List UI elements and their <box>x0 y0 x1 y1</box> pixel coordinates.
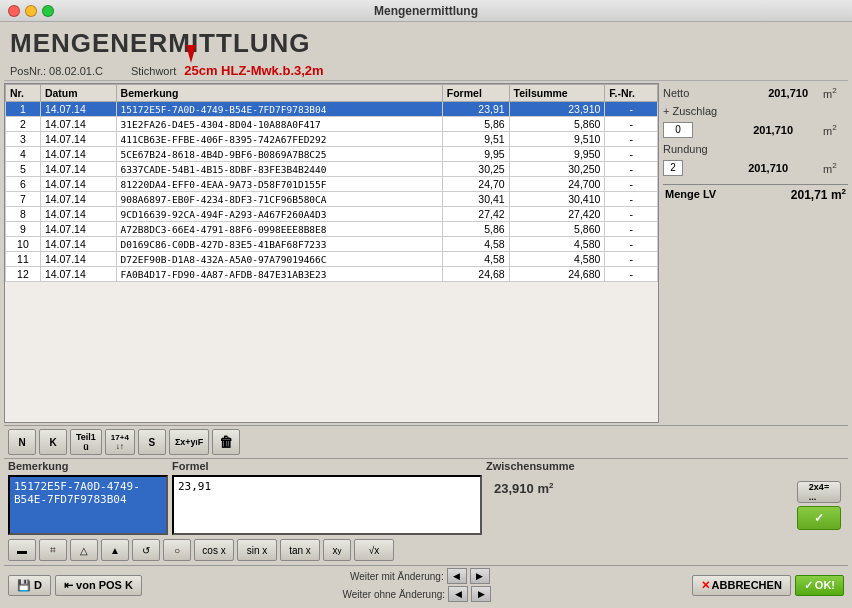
btn-17-4[interactable]: 17+4↓↑ <box>105 429 135 455</box>
rundung-unit: m2 <box>823 161 848 175</box>
cell-formel: 27,42 <box>442 207 509 222</box>
abbrechen-btn[interactable]: ✕ ABBRECHEN <box>692 575 791 596</box>
zuschlag-value-row: 201,710 m2 <box>663 121 848 139</box>
btn-teil1[interactable]: Teil1ü <box>70 429 102 455</box>
cell-fnr: - <box>605 162 658 177</box>
von-pos-icon: ⇤ <box>64 579 73 591</box>
col-nr: Nr. <box>6 85 41 102</box>
table-row[interactable]: 1 14.07.14 15172E5F-7A0D-4749-B54E-7FD7F… <box>6 102 658 117</box>
cell-datum: 14.07.14 <box>40 207 116 222</box>
cell-bemerkung: 9CD16639-92CA-494F-A293-A467F260A4D3 <box>116 207 442 222</box>
zuschlag-input[interactable] <box>663 122 693 138</box>
btn-s[interactable]: S <box>138 429 166 455</box>
rundung-row: Rundung <box>663 142 848 156</box>
table-row[interactable]: 9 14.07.14 A72B8DC3-66E4-4791-88F6-0998E… <box>6 222 658 237</box>
weiter-aenderung-row: Weiter mit Änderung: ◀ ▶ <box>344 568 490 584</box>
power-btn[interactable]: xy <box>323 539 351 561</box>
table-row[interactable]: 8 14.07.14 9CD16639-92CA-494F-A293-A467F… <box>6 207 658 222</box>
clock-btn[interactable]: ↺ <box>132 539 160 561</box>
cell-formel: 24,70 <box>442 177 509 192</box>
cell-nr: 1 <box>6 102 41 117</box>
cell-teilsumme: 5,860 <box>509 117 605 132</box>
weiter-ohne-next[interactable]: ▶ <box>471 586 491 602</box>
calc-2x4-btn[interactable]: 2x4=... <box>797 481 841 503</box>
table-row[interactable]: 5 14.07.14 6337CADE-54B1-4B15-8DBF-83FE3… <box>6 162 658 177</box>
maximize-btn[interactable] <box>42 5 54 17</box>
btn-n[interactable]: N <box>8 429 36 455</box>
cell-formel: 30,41 <box>442 192 509 207</box>
disk-btn[interactable]: 💾 D <box>8 575 51 596</box>
table-header-row: Nr. Datum Bemerkung Formel Teilsumme F.-… <box>6 85 658 102</box>
data-table: Nr. Datum Bemerkung Formel Teilsumme F.-… <box>5 84 658 282</box>
cell-bemerkung: D72EF90B-D1A8-432A-A5A0-97A79019466C <box>116 252 442 267</box>
cell-teilsumme: 4,580 <box>509 252 605 267</box>
cell-nr: 2 <box>6 117 41 132</box>
sin-btn[interactable]: sin x <box>237 539 277 561</box>
cell-datum: 14.07.14 <box>40 267 116 282</box>
cell-fnr: - <box>605 192 658 207</box>
zwischensumme-unit: m2 <box>537 481 553 496</box>
cell-bemerkung: 5CE67B24-8618-4B4D-9BF6-B0869A7B8C25 <box>116 147 442 162</box>
cell-fnr: - <box>605 207 658 222</box>
table-row[interactable]: 4 14.07.14 5CE67B24-8618-4B4D-9BF6-B0869… <box>6 147 658 162</box>
cell-formel: 4,58 <box>442 237 509 252</box>
table-row[interactable]: 10 14.07.14 D0169C86-C0DB-427D-83E5-41BA… <box>6 237 658 252</box>
cell-fnr: - <box>605 222 658 237</box>
table-row[interactable]: 11 14.07.14 D72EF90B-D1A8-432A-A5A0-97A7… <box>6 252 658 267</box>
titlebar: Mengenermittlung <box>0 0 852 22</box>
trapez-btn[interactable]: ⌗ <box>39 539 67 561</box>
rect-btn[interactable]: ▬ <box>8 539 36 561</box>
weiter-ohne-prev[interactable]: ◀ <box>448 586 468 602</box>
table-row[interactable]: 12 14.07.14 FA0B4D17-FD90-4A87-AFDB-847E… <box>6 267 658 282</box>
cell-fnr: - <box>605 147 658 162</box>
netto-value: 201,710 <box>738 87 808 99</box>
zwischensumme-value: 23,910 m2 <box>494 481 782 496</box>
cell-bemerkung: A72B8DC3-66E4-4791-88F6-0998EEE8B8E8 <box>116 222 442 237</box>
zwischensumme-label: Zwischensumme <box>486 460 575 472</box>
ok-action-btn[interactable]: ✓ OK! <box>795 575 844 596</box>
weiter-ohne-label: Weiter ohne Änderung: <box>342 589 445 600</box>
table-row[interactable]: 3 14.07.14 411CB63E-FFBE-406F-8395-742A6… <box>6 132 658 147</box>
cell-nr: 10 <box>6 237 41 252</box>
weiter-aenderung-next[interactable]: ▶ <box>470 568 490 584</box>
cell-bemerkung: FA0B4D17-FD90-4A87-AFDB-847E31AB3E23 <box>116 267 442 282</box>
bottom-labels-row: Bemerkung Formel Zwischensumme <box>4 459 848 473</box>
circle-btn[interactable]: ○ <box>163 539 191 561</box>
weiter-aenderung-prev[interactable]: ◀ <box>447 568 467 584</box>
formel-textarea[interactable]: 23,91 <box>172 475 482 535</box>
btn-trash[interactable]: 🗑 <box>212 429 240 455</box>
tan-btn[interactable]: tan x <box>280 539 320 561</box>
bemerkung-label: Bemerkung <box>8 460 168 472</box>
cell-formel: 5,86 <box>442 222 509 237</box>
cell-datum: 14.07.14 <box>40 102 116 117</box>
cell-nr: 9 <box>6 222 41 237</box>
close-btn[interactable] <box>8 5 20 17</box>
cell-bemerkung: 908A6897-EB0F-4234-8DF3-71CF96B580CA <box>116 192 442 207</box>
sqrt-btn[interactable]: √x <box>354 539 394 561</box>
von-pos-btn[interactable]: ⇤ von POS K <box>55 575 142 596</box>
arrow-down-icon <box>186 45 196 63</box>
zuschlag-unit: m2 <box>823 123 848 137</box>
table-row[interactable]: 7 14.07.14 908A6897-EB0F-4234-8DF3-71CF9… <box>6 192 658 207</box>
table-row[interactable]: 6 14.07.14 81220DA4-EFF0-4EAA-9A73-D58F7… <box>6 177 658 192</box>
table-row[interactable]: 2 14.07.14 31E2FA26-D4E5-4304-8D04-10A88… <box>6 117 658 132</box>
bemerkung-textarea[interactable]: 15172E5F-7A0D-4749- B54E-7FD7F9783B04 <box>8 475 168 535</box>
weiter-aenderung-label: Weiter mit Änderung: <box>344 571 444 582</box>
cell-nr: 11 <box>6 252 41 267</box>
menge-lv-row: Menge LV 201,71 m2 <box>663 184 848 204</box>
btn-k[interactable]: K <box>39 429 67 455</box>
pos-line: PosNr.: 08.02.01.C Stichwort 25cm HLZ-Mw… <box>4 61 848 81</box>
rundung-input[interactable] <box>663 160 683 176</box>
triangle2-btn[interactable]: ▲ <box>101 539 129 561</box>
netto-label: Netto <box>663 87 723 99</box>
cell-datum: 14.07.14 <box>40 117 116 132</box>
formula-ok-btn[interactable]: ✓ <box>797 506 841 530</box>
cell-bemerkung: 6337CADE-54B1-4B15-8DBF-83FE3B4B2440 <box>116 162 442 177</box>
btn-formula[interactable]: Σx+yi F <box>169 429 209 455</box>
cell-datum: 14.07.14 <box>40 177 116 192</box>
minimize-btn[interactable] <box>25 5 37 17</box>
triangle-btn[interactable]: △ <box>70 539 98 561</box>
bottom-section: Bemerkung Formel Zwischensumme 15172E5F-… <box>4 459 848 604</box>
cos-btn[interactable]: cos x <box>194 539 234 561</box>
cell-nr: 8 <box>6 207 41 222</box>
